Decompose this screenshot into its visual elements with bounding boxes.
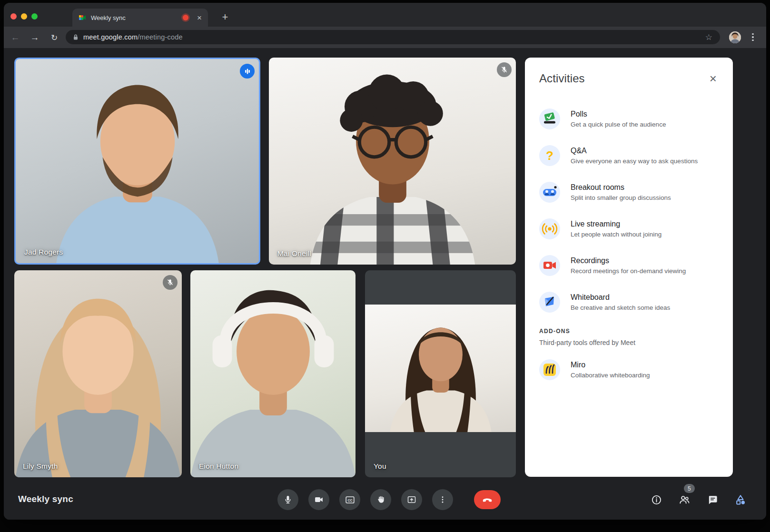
activity-description: Be creative and sketch some ideas bbox=[571, 303, 670, 312]
activity-item-polls[interactable]: Polls Get a quick pulse of the audience bbox=[539, 100, 719, 137]
activity-label: Breakout rooms bbox=[571, 182, 671, 193]
profile-avatar[interactable] bbox=[729, 31, 741, 43]
minimize-window-button[interactable] bbox=[21, 13, 27, 20]
avatar-image bbox=[729, 31, 741, 43]
video-tile-eion-hutton[interactable]: Eion Hutton bbox=[190, 270, 355, 477]
activity-description: Get a quick pulse of the audience bbox=[571, 120, 666, 129]
mic-off-icon bbox=[497, 62, 512, 77]
addons-header: ADD-ONS bbox=[539, 328, 719, 335]
new-tab-button[interactable]: + bbox=[217, 9, 233, 25]
participant-video-placeholder bbox=[190, 283, 355, 477]
google-meet-favicon-icon bbox=[79, 14, 86, 21]
participant-name: Jad Rogers bbox=[24, 248, 63, 256]
screen: Weekly sync × + ← → ↻ meet.google.com/me… bbox=[0, 0, 770, 532]
end-call-icon bbox=[482, 494, 493, 505]
activity-description: Split into smaller group discussions bbox=[571, 193, 671, 202]
lock-icon bbox=[72, 34, 79, 40]
chat-button[interactable] bbox=[707, 494, 718, 505]
activity-label: Q&A bbox=[571, 146, 698, 156]
url-host: meet.google.com bbox=[83, 33, 138, 41]
activity-item-recordings[interactable]: Recordings Record meetings for on-demand… bbox=[539, 247, 719, 284]
meeting-details-button[interactable] bbox=[651, 494, 662, 505]
browser-window: Weekly sync × + ← → ↻ meet.google.com/me… bbox=[4, 3, 766, 520]
activities-panel: Activities × Polls Get a quick pulse of … bbox=[525, 58, 733, 477]
addon-item-miro[interactable]: Miro Collaborative whiteboarding bbox=[539, 351, 719, 388]
panel-close-icon[interactable]: × bbox=[708, 72, 719, 85]
back-button[interactable]: ← bbox=[10, 32, 21, 43]
present-screen-button[interactable] bbox=[401, 489, 422, 510]
info-icon bbox=[651, 494, 662, 505]
addon-description: Collaborative whiteboarding bbox=[571, 371, 650, 380]
browser-tab[interactable]: Weekly sync × bbox=[72, 9, 208, 27]
microphone-button[interactable] bbox=[277, 489, 298, 510]
meeting-title: Weekly sync bbox=[18, 494, 73, 504]
reload-button[interactable]: ↻ bbox=[49, 32, 60, 43]
activity-item-breakout-rooms[interactable]: Breakout rooms Split into smaller group … bbox=[539, 174, 719, 210]
activity-description: Give everyone an easy way to ask questio… bbox=[571, 157, 698, 166]
more-options-button[interactable] bbox=[432, 489, 453, 510]
participant-name: Lily Smyth bbox=[23, 462, 58, 471]
breakout-people-icon bbox=[539, 182, 560, 203]
activity-label: Polls bbox=[571, 109, 666, 119]
close-window-button[interactable] bbox=[10, 13, 17, 20]
browser-menu-icon[interactable] bbox=[747, 31, 759, 43]
panel-title: Activities bbox=[539, 72, 585, 85]
svg-text:?: ? bbox=[546, 148, 553, 163]
raise-hand-button[interactable] bbox=[370, 489, 391, 510]
meeting-stage: Jad Rogers bbox=[4, 48, 766, 520]
present-screen-icon bbox=[407, 495, 416, 504]
activity-item-live-streaming[interactable]: Live streaming Let people watch without … bbox=[539, 210, 719, 247]
activity-description: Let people watch without joining bbox=[571, 230, 661, 239]
participant-video-placeholder bbox=[14, 283, 182, 477]
forward-button[interactable]: → bbox=[29, 32, 40, 43]
captions-icon: CC bbox=[345, 495, 355, 505]
end-call-button[interactable] bbox=[474, 490, 501, 509]
status-buttons: 5 bbox=[651, 494, 746, 505]
traffic-lights bbox=[10, 13, 38, 20]
activities-button[interactable] bbox=[735, 494, 746, 505]
activities-icon bbox=[735, 494, 746, 505]
question-mark-icon: ? bbox=[539, 145, 560, 166]
tab-recording-indicator-icon bbox=[183, 15, 188, 20]
miro-logo-icon bbox=[539, 359, 560, 380]
url-text: meet.google.com/meeting-code bbox=[83, 33, 183, 41]
video-tile-mai-oneill[interactable]: Mai Oneill bbox=[269, 58, 516, 265]
address-bar[interactable]: meet.google.com/meeting-code ☆ bbox=[66, 30, 720, 44]
url-path: /meeting-code bbox=[138, 33, 183, 41]
zoom-window-button[interactable] bbox=[31, 13, 38, 20]
activity-label: Recordings bbox=[571, 256, 686, 266]
browser-toolbar: ← → ↻ meet.google.com/meeting-code ☆ bbox=[4, 27, 766, 48]
participant-name: You bbox=[374, 462, 386, 471]
participant-name: Mai Oneill bbox=[277, 249, 311, 258]
more-options-icon bbox=[438, 495, 447, 504]
captions-button[interactable]: CC bbox=[339, 489, 360, 510]
video-tile-jad-rogers[interactable]: Jad Rogers bbox=[14, 58, 260, 265]
activities-list: Polls Get a quick pulse of the audience … bbox=[539, 100, 719, 320]
activity-label: Live streaming bbox=[571, 219, 661, 229]
activity-item-qna[interactable]: ? Q&A Give everyone an easy way to ask q… bbox=[539, 137, 719, 174]
participant-video-placeholder bbox=[278, 70, 507, 265]
svg-text:CC: CC bbox=[347, 498, 352, 502]
activity-item-whiteboard[interactable]: Whiteboard Be creative and sketch some i… bbox=[539, 284, 719, 320]
mic-off-icon bbox=[163, 275, 178, 290]
participant-name: Eion Hutton bbox=[199, 462, 238, 471]
people-icon bbox=[679, 494, 690, 505]
participant-video-placeholder bbox=[24, 71, 250, 263]
raise-hand-icon bbox=[376, 495, 385, 504]
tab-title: Weekly sync bbox=[91, 14, 178, 21]
people-button[interactable]: 5 bbox=[679, 494, 690, 505]
microphone-icon bbox=[283, 495, 293, 504]
bookmark-star-icon[interactable]: ☆ bbox=[705, 32, 712, 42]
ballot-box-icon bbox=[539, 108, 560, 129]
video-tile-lily-smyth[interactable]: Lily Smyth bbox=[14, 270, 182, 477]
video-camera-icon bbox=[539, 255, 560, 276]
tab-close-icon[interactable]: × bbox=[197, 14, 202, 22]
video-tile-you[interactable]: You bbox=[365, 270, 516, 477]
participant-count-badge: 5 bbox=[684, 484, 695, 493]
camera-button[interactable] bbox=[308, 489, 329, 510]
addon-label: Miro bbox=[571, 360, 650, 370]
call-controls: CC bbox=[277, 489, 501, 510]
camera-icon bbox=[314, 495, 324, 504]
whiteboard-pen-icon bbox=[539, 292, 560, 313]
activity-description: Record meetings for on-demand viewing bbox=[571, 266, 686, 276]
